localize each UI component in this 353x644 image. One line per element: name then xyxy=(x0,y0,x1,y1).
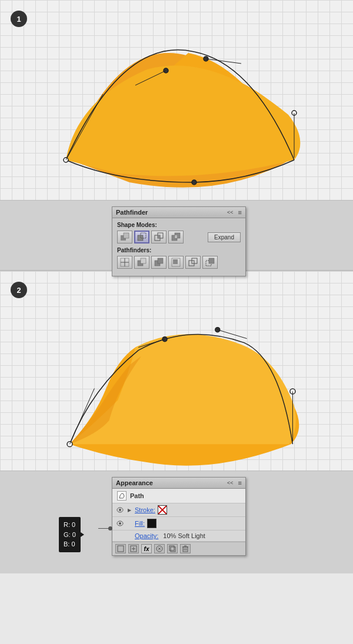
fx-icon[interactable]: fx xyxy=(141,544,152,553)
titlebar-icons: << ≡ xyxy=(227,209,242,216)
trim-button[interactable] xyxy=(134,256,149,269)
add-new-icon[interactable] xyxy=(115,544,126,553)
svg-rect-31 xyxy=(209,258,214,263)
svg-rect-10 xyxy=(124,233,129,238)
appearance-titlebar-icons: << ≡ xyxy=(227,479,242,486)
outline-button[interactable] xyxy=(185,256,201,269)
canvas-section-1: 1 xyxy=(0,0,353,200)
opacity-row: ▶ Opacity: 10% Soft Light xyxy=(112,530,245,542)
svg-point-8 xyxy=(192,180,197,185)
crop-button[interactable] xyxy=(168,256,184,269)
fill-label[interactable]: Fill: xyxy=(135,520,145,527)
stroke-visibility-icon[interactable] xyxy=(116,507,124,513)
svg-rect-15 xyxy=(158,235,160,238)
trash-icon[interactable] xyxy=(180,544,191,553)
step-1-circle: 1 xyxy=(11,11,27,27)
svg-rect-44 xyxy=(118,546,124,552)
appearance-menu-icon[interactable]: ≡ xyxy=(238,479,242,486)
duplicate-svg xyxy=(169,545,176,552)
fill-swatch[interactable] xyxy=(147,519,156,528)
svg-point-43 xyxy=(119,522,121,525)
add-stroke-icon[interactable] xyxy=(128,544,139,553)
appearance-panel: Appearance << ≡ Path xyxy=(112,477,246,556)
add-stroke-svg xyxy=(130,545,137,552)
stroke-row: ▶ Stroke: xyxy=(112,503,245,517)
appearance-footer: fx xyxy=(112,542,245,555)
svg-point-33 xyxy=(162,337,167,342)
appearance-body: Path ▶ Stroke: xyxy=(112,489,245,542)
svg-point-34 xyxy=(215,328,220,332)
unite-button[interactable] xyxy=(117,231,132,243)
stroke-swatch[interactable] xyxy=(158,505,167,515)
stroke-no-color xyxy=(158,506,166,514)
pathfinder-titlebar: Pathfinder << ≡ xyxy=(112,207,245,218)
fill-visibility-icon[interactable] xyxy=(116,520,124,526)
canvas-2-svg xyxy=(0,271,353,471)
shape-modes-row: Expand xyxy=(117,231,241,243)
shape-modes-label: Shape Modes: xyxy=(117,222,241,228)
path-icon-box xyxy=(117,491,126,500)
duplicate-icon[interactable] xyxy=(167,544,178,553)
appearance-path-label: Path xyxy=(130,492,144,499)
square-icon xyxy=(117,545,124,552)
canvas-section-2: 2 xyxy=(0,271,353,471)
rgb-tooltip: R: 0 G: 0 B: 0 xyxy=(59,517,81,552)
r-value: R: 0 xyxy=(64,520,76,530)
pathfinder-panel: Pathfinder << ≡ Shape Modes: xyxy=(112,206,246,276)
appearance-title: Appearance xyxy=(116,479,153,486)
opacity-label[interactable]: Opacity: xyxy=(135,532,158,539)
appearance-section: R: 0 G: 0 B: 0 Appearance << ≡ Path xyxy=(0,471,353,573)
collapse-icon[interactable]: << xyxy=(227,209,234,215)
fill-row: ▶ Fill: xyxy=(112,517,245,530)
g-value: G: 0 xyxy=(64,530,76,540)
eye-icon-svg xyxy=(116,507,124,513)
svg-line-38 xyxy=(218,330,247,339)
svg-rect-27 xyxy=(173,259,178,264)
path-icon xyxy=(119,493,125,499)
divide-button[interactable] xyxy=(117,256,132,269)
pathfinders-row xyxy=(117,256,241,269)
svg-rect-51 xyxy=(171,547,175,552)
svg-rect-23 xyxy=(141,258,146,263)
pathfinder-title: Pathfinder xyxy=(116,209,148,216)
minus-front-button[interactable] xyxy=(134,231,149,243)
merge-button[interactable] xyxy=(151,256,166,269)
step-2-circle: 2 xyxy=(11,282,27,298)
svg-rect-25 xyxy=(158,258,163,263)
svg-point-32 xyxy=(67,442,72,447)
fill-eye-icon-svg xyxy=(116,520,124,526)
svg-point-41 xyxy=(119,509,121,511)
pathfinder-panel-container: Pathfinder << ≡ Shape Modes: xyxy=(0,200,353,271)
pathfinder-body: Shape Modes: Expand xyxy=(112,218,245,276)
trash-svg xyxy=(182,545,189,552)
delete-effect-icon[interactable] xyxy=(154,544,165,553)
svg-rect-52 xyxy=(169,546,174,550)
expand-button[interactable]: Expand xyxy=(208,232,241,242)
stroke-label[interactable]: Stroke: xyxy=(135,506,155,513)
appearance-titlebar: Appearance << ≡ xyxy=(112,478,245,489)
exclude-button[interactable] xyxy=(168,231,184,243)
appearance-path-row: Path xyxy=(112,489,245,503)
circle-x-svg xyxy=(156,545,163,552)
panel-menu-icon[interactable]: ≡ xyxy=(238,209,242,216)
stroke-expand-arrow[interactable]: ▶ xyxy=(128,508,131,513)
minus-back-button[interactable] xyxy=(202,256,218,269)
opacity-value: 10% Soft Light xyxy=(163,532,205,539)
intersect-button[interactable] xyxy=(151,231,166,243)
canvas-1-svg xyxy=(0,0,353,200)
svg-rect-18 xyxy=(175,235,177,238)
pathfinders-label: Pathfinders: xyxy=(117,247,241,253)
b-value: B: 0 xyxy=(64,539,76,549)
appearance-collapse-icon[interactable]: << xyxy=(227,480,234,486)
connector-dot xyxy=(108,526,112,530)
